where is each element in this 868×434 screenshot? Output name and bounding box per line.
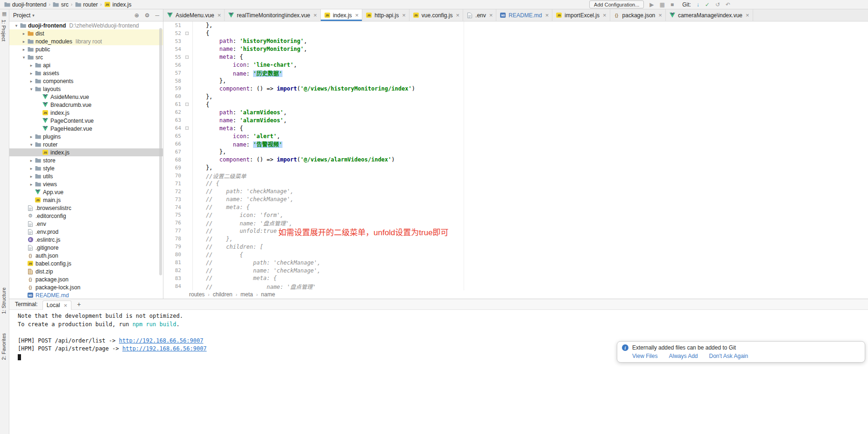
close-icon[interactable]: × bbox=[313, 12, 317, 18]
line-number[interactable]: 65 bbox=[163, 133, 181, 139]
tree-item-layouts[interactable]: ▾layouts bbox=[9, 85, 163, 93]
chevron-closed-icon[interactable]: ▸ bbox=[28, 158, 35, 163]
code-text[interactable]: // unfold:true bbox=[192, 228, 277, 234]
code-line[interactable]: 65 icon: 'alert', bbox=[163, 132, 868, 140]
chevron-closed-icon[interactable]: ▸ bbox=[28, 174, 35, 179]
line-number[interactable]: 58 bbox=[163, 78, 181, 84]
fold-marker-icon[interactable] bbox=[185, 32, 189, 35]
code-line[interactable]: 78 // }, bbox=[163, 235, 868, 243]
code-text[interactable]: { bbox=[192, 30, 209, 36]
code-text[interactable]: icon: 'alert', bbox=[192, 133, 280, 140]
tree-item-api[interactable]: ▸api bbox=[9, 61, 163, 69]
code-line[interactable]: 51 }, bbox=[163, 21, 868, 29]
code-text[interactable]: // path: 'checkManage', bbox=[192, 259, 321, 266]
chevron-open-icon[interactable]: ▾ bbox=[21, 55, 27, 60]
chevron-closed-icon[interactable]: ▸ bbox=[21, 31, 27, 36]
tree-item-node-modules[interactable]: ▸node_moduleslibrary root bbox=[9, 37, 163, 45]
chevron-closed-icon[interactable]: ▸ bbox=[28, 182, 35, 187]
close-icon[interactable]: × bbox=[218, 12, 221, 18]
code-line[interactable]: 81 // path: 'checkManage', bbox=[163, 259, 868, 266]
code-text[interactable]: path: 'alarmVideos', bbox=[192, 109, 287, 116]
code-text[interactable]: // name: 'checkManage', bbox=[192, 196, 294, 203]
line-number[interactable]: 77 bbox=[163, 228, 181, 234]
code-line[interactable]: 54 name: 'historyMonitoring', bbox=[163, 45, 868, 53]
tree-item-router[interactable]: ▾router bbox=[9, 140, 163, 148]
editor-tab[interactable]: JSvue.config.js× bbox=[409, 9, 463, 21]
code-line[interactable]: 82 // name: 'checkManage', bbox=[163, 266, 868, 274]
line-number[interactable]: 78 bbox=[163, 236, 181, 242]
code-text[interactable]: meta: { bbox=[192, 54, 243, 60]
tree-item-components[interactable]: ▸components bbox=[9, 77, 163, 85]
code-line[interactable]: 57 name: '历史数据' bbox=[163, 69, 868, 77]
close-icon[interactable]: × bbox=[746, 12, 749, 18]
profiler-icon[interactable]: ▦ bbox=[660, 2, 665, 7]
line-number[interactable]: 71 bbox=[163, 181, 181, 187]
chevron-open-icon[interactable]: ▾ bbox=[28, 142, 35, 147]
new-terminal-icon[interactable]: + bbox=[77, 301, 81, 308]
code-text[interactable]: // path: 'checkManage', bbox=[192, 188, 294, 195]
code-text[interactable]: component: () => import('@/views/history… bbox=[192, 85, 415, 92]
code-text[interactable]: // meta: { bbox=[192, 204, 250, 210]
fold-marker-icon[interactable] bbox=[185, 126, 189, 130]
tree-item-auth-json[interactable]: {}auth.json bbox=[9, 252, 163, 259]
line-number[interactable]: 52 bbox=[163, 30, 181, 36]
code-line[interactable]: 77 // unfold:true bbox=[163, 227, 868, 235]
code-text[interactable]: meta: { bbox=[192, 125, 243, 132]
code-line[interactable]: 80 // { bbox=[163, 251, 868, 259]
line-number[interactable]: 79 bbox=[163, 244, 181, 250]
tree-item-views[interactable]: ▸views bbox=[9, 180, 163, 188]
line-number[interactable]: 80 bbox=[163, 252, 181, 258]
code-text[interactable]: // icon: 'form', bbox=[192, 212, 283, 218]
tree-item-plugins[interactable]: ▸plugins bbox=[9, 133, 163, 140]
close-icon[interactable]: × bbox=[456, 12, 459, 18]
editor-breadcrumb-item[interactable]: routes bbox=[189, 291, 205, 298]
close-icon[interactable]: × bbox=[545, 12, 549, 18]
line-number[interactable]: 76 bbox=[163, 220, 181, 226]
code-line[interactable]: 62 path: 'alarmVideos', bbox=[163, 108, 868, 116]
line-number[interactable]: 69 bbox=[163, 165, 181, 171]
chevron-closed-icon[interactable]: ▸ bbox=[28, 63, 35, 68]
gear-icon[interactable]: ⚙ bbox=[145, 12, 150, 19]
line-number[interactable]: 72 bbox=[163, 189, 181, 195]
chevron-open-icon[interactable]: ▾ bbox=[28, 87, 35, 91]
tree-item-pagecontent-vue[interactable]: PageContent.vue bbox=[9, 117, 163, 125]
tree-scrollbar[interactable] bbox=[159, 28, 162, 275]
tree-item-utils[interactable]: ▸utils bbox=[9, 172, 163, 180]
line-number[interactable]: 51 bbox=[163, 22, 181, 28]
chevron-closed-icon[interactable]: ▸ bbox=[28, 71, 35, 76]
code-text[interactable]: }, bbox=[192, 164, 212, 171]
fold-marker-icon[interactable] bbox=[185, 56, 189, 59]
tree-item--env[interactable]: .env bbox=[9, 220, 163, 228]
line-number[interactable]: 59 bbox=[163, 85, 181, 91]
tree-item--env-prod[interactable]: .env.prod bbox=[9, 228, 163, 236]
tree-item-dist-zip[interactable]: dist.zip bbox=[9, 267, 163, 275]
stripe-project-button[interactable]: 1: Project bbox=[1, 20, 7, 41]
line-number[interactable]: 84 bbox=[163, 283, 181, 289]
tree-item-public[interactable]: ▸public bbox=[9, 45, 163, 53]
code-text[interactable]: // }, bbox=[192, 236, 233, 242]
tree-item-breadcrumb-vue[interactable]: Breadcrumb.vue bbox=[9, 101, 163, 109]
code-text[interactable]: name: '历史数据' bbox=[192, 69, 282, 77]
tree-item-package-lock-json[interactable]: {}package-lock.json bbox=[9, 283, 163, 291]
line-number[interactable]: 81 bbox=[163, 259, 181, 266]
chevron-closed-icon[interactable]: ▸ bbox=[21, 39, 27, 44]
tree-item-assets[interactable]: ▸assets bbox=[9, 69, 163, 77]
code-line[interactable]: 72 // path: 'checkManage', bbox=[163, 188, 868, 196]
notification-action-link[interactable]: Always Add bbox=[669, 353, 698, 359]
stripe-structure-button[interactable]: 1: Structure bbox=[1, 287, 7, 314]
line-number[interactable]: 62 bbox=[163, 109, 181, 115]
code-text[interactable]: }, bbox=[192, 77, 226, 84]
editor-breadcrumb-item[interactable]: name bbox=[261, 291, 275, 298]
code-text[interactable]: { bbox=[192, 101, 209, 108]
code-line[interactable]: 75 // icon: 'form', bbox=[163, 211, 868, 219]
chevron-closed-icon[interactable]: ▸ bbox=[28, 79, 35, 84]
git-rollback-icon[interactable]: ↶ bbox=[726, 2, 730, 7]
editor-tab[interactable]: JShttp-api.js× bbox=[362, 9, 409, 21]
terminal-link[interactable]: http://192.168.66.56:9007 bbox=[119, 337, 204, 344]
editor-tab[interactable]: JSimportExcel.js× bbox=[552, 9, 610, 21]
code-line[interactable]: 58 }, bbox=[163, 77, 868, 85]
line-number[interactable]: 66 bbox=[163, 141, 181, 147]
code-text[interactable]: // name: '盘点管理', bbox=[192, 219, 292, 227]
code-text[interactable]: // name: 'checkManage', bbox=[192, 267, 321, 274]
line-number[interactable]: 74 bbox=[163, 204, 181, 210]
